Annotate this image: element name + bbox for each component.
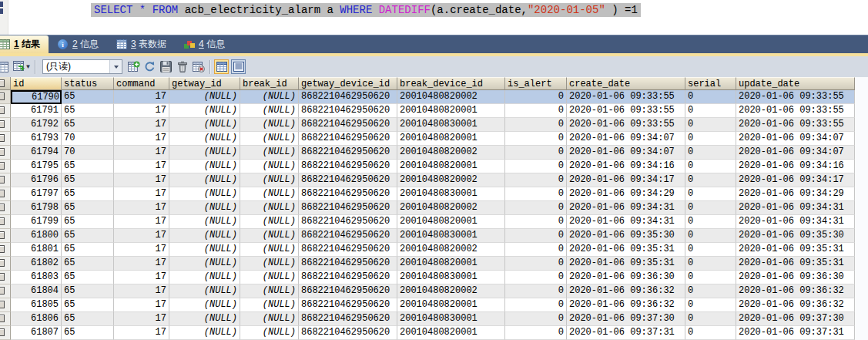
- row-selector-checkbox[interactable]: [0, 229, 11, 243]
- sql-text[interactable]: SELECT * FROM acb_electricity_alarm a WH…: [91, 3, 641, 17]
- table-row[interactable]: 618016517(NULL)(NULL)8682210462950620200…: [0, 243, 855, 257]
- cell-create_date[interactable]: 2020-01-06 09:35:30: [567, 229, 685, 243]
- cell-break_device_id[interactable]: 20010480830001: [397, 229, 505, 243]
- cell-update_date[interactable]: 2020-01-06 09:37:30: [736, 312, 855, 326]
- cell-break_device_id[interactable]: 20010480820002: [397, 173, 505, 187]
- cell-getway_id[interactable]: (NULL): [169, 90, 240, 104]
- cell-id[interactable]: 61807: [11, 326, 62, 340]
- cell-break_id[interactable]: (NULL): [240, 132, 299, 146]
- cell-is_alert[interactable]: 0: [505, 187, 567, 201]
- column-header-is_alert[interactable]: is_alert: [505, 77, 567, 90]
- cell-create_date[interactable]: 2020-01-06 09:33:55: [567, 118, 685, 132]
- tab-results[interactable]: 1 结果: [0, 35, 49, 53]
- cell-update_date[interactable]: 2020-01-06 09:36:30: [736, 271, 855, 284]
- cell-status[interactable]: 65: [62, 118, 114, 132]
- cell-status[interactable]: 65: [62, 104, 114, 118]
- cell-getway_device_id[interactable]: 8682210462950620: [299, 243, 397, 257]
- cell-getway_device_id[interactable]: 8682210462950620: [299, 132, 397, 146]
- row-selector-checkbox[interactable]: [0, 146, 11, 160]
- cell-create_date[interactable]: 2020-01-06 09:34:16: [567, 160, 685, 173]
- cell-create_date[interactable]: 2020-01-06 09:36:32: [567, 298, 685, 312]
- cell-break_id[interactable]: (NULL): [240, 298, 299, 312]
- cell-is_alert[interactable]: 0: [505, 243, 567, 257]
- cell-getway_device_id[interactable]: 8682210462950620: [299, 187, 397, 201]
- cell-create_date[interactable]: 2020-01-06 09:34:31: [567, 201, 685, 215]
- column-header-create_date[interactable]: create_date: [567, 77, 685, 90]
- cell-serial[interactable]: 0: [685, 118, 736, 132]
- cell-break_device_id[interactable]: 20010480820002: [397, 243, 505, 257]
- cell-update_date[interactable]: 2020-01-06 09:36:32: [736, 298, 855, 312]
- cell-update_date[interactable]: 2020-01-06 09:34:31: [736, 215, 855, 229]
- cell-command[interactable]: 17: [114, 271, 169, 284]
- cell-status[interactable]: 65: [62, 215, 114, 229]
- cell-getway_device_id[interactable]: 8682210462950620: [299, 90, 397, 104]
- cell-getway_device_id[interactable]: 8682210462950620: [299, 173, 397, 187]
- chevron-down-icon[interactable]: ▼: [25, 63, 32, 70]
- chevron-down-icon[interactable]: [109, 60, 122, 73]
- cell-break_device_id[interactable]: 20010480820001: [397, 104, 505, 118]
- row-selector-checkbox[interactable]: [0, 243, 11, 257]
- cell-status[interactable]: 65: [62, 257, 114, 271]
- cell-serial[interactable]: 0: [685, 160, 736, 173]
- cell-update_date[interactable]: 2020-01-06 09:35:31: [736, 257, 855, 271]
- cell-command[interactable]: 17: [114, 257, 169, 271]
- cell-create_date[interactable]: 2020-01-06 09:33:55: [567, 90, 685, 104]
- row-selector-checkbox[interactable]: [0, 104, 11, 118]
- cell-break_device_id[interactable]: 20010480820001: [397, 298, 505, 312]
- cell-break_id[interactable]: (NULL): [240, 118, 299, 132]
- cell-serial[interactable]: 0: [685, 298, 736, 312]
- cell-update_date[interactable]: 2020-01-06 09:33:55: [736, 118, 855, 132]
- cell-getway_device_id[interactable]: 8682210462950620: [299, 271, 397, 284]
- row-selector-checkbox[interactable]: [0, 215, 11, 229]
- grid-mode-icon[interactable]: [0, 59, 11, 75]
- cell-break_device_id[interactable]: 20010480820002: [397, 146, 505, 160]
- cell-command[interactable]: 17: [114, 312, 169, 326]
- cell-command[interactable]: 17: [114, 146, 169, 160]
- cell-command[interactable]: 17: [114, 201, 169, 215]
- table-row[interactable]: 618056517(NULL)(NULL)8682210462950620200…: [0, 298, 855, 312]
- column-header-serial[interactable]: serial: [685, 77, 736, 90]
- cell-break_device_id[interactable]: 20010480820002: [397, 201, 505, 215]
- add-row-icon[interactable]: [126, 59, 142, 75]
- cell-update_date[interactable]: 2020-01-06 09:36:32: [736, 284, 855, 298]
- column-header-update_date[interactable]: update_date: [736, 77, 855, 90]
- cell-break_id[interactable]: (NULL): [240, 257, 299, 271]
- cell-create_date[interactable]: 2020-01-06 09:34:07: [567, 132, 685, 146]
- cell-id[interactable]: 61795: [11, 160, 62, 173]
- cell-status[interactable]: 65: [62, 243, 114, 257]
- cell-create_date[interactable]: 2020-01-06 09:34:29: [567, 187, 685, 201]
- cell-serial[interactable]: 0: [685, 201, 736, 215]
- table-row[interactable]: 617976517(NULL)(NULL)8682210462950620200…: [0, 187, 855, 201]
- cell-create_date[interactable]: 2020-01-06 09:33:55: [567, 104, 685, 118]
- cell-getway_device_id[interactable]: 8682210462950620: [299, 229, 397, 243]
- cell-getway_device_id[interactable]: 8682210462950620: [299, 104, 397, 118]
- cell-break_id[interactable]: (NULL): [240, 229, 299, 243]
- cell-status[interactable]: 65: [62, 229, 114, 243]
- cell-getway_device_id[interactable]: 8682210462950620: [299, 284, 397, 298]
- cell-update_date[interactable]: 2020-01-06 09:34:07: [736, 146, 855, 160]
- cell-is_alert[interactable]: 0: [505, 118, 567, 132]
- row-selector-checkbox[interactable]: [0, 173, 11, 187]
- cell-serial[interactable]: 0: [685, 104, 736, 118]
- readonly-mode-select[interactable]: (只读): [42, 59, 122, 74]
- cell-status[interactable]: 70: [62, 146, 114, 160]
- cell-update_date[interactable]: 2020-01-06 09:34:16: [736, 160, 855, 173]
- table-row[interactable]: 617947017(NULL)(NULL)8682210462950620200…: [0, 146, 855, 160]
- cell-create_date[interactable]: 2020-01-06 09:35:31: [567, 243, 685, 257]
- cell-getway_id[interactable]: (NULL): [169, 104, 240, 118]
- cell-break_device_id[interactable]: 20010480820001: [397, 160, 505, 173]
- cell-getway_device_id[interactable]: 8682210462950620: [299, 257, 397, 271]
- cell-status[interactable]: 65: [62, 201, 114, 215]
- cell-getway_id[interactable]: (NULL): [169, 173, 240, 187]
- table-row[interactable]: 618076517(NULL)(NULL)8682210462950620200…: [0, 326, 855, 340]
- cell-update_date[interactable]: 2020-01-06 09:34:07: [736, 132, 855, 146]
- cell-status[interactable]: 65: [62, 298, 114, 312]
- column-header-break_id[interactable]: break_id: [240, 77, 299, 90]
- cell-is_alert[interactable]: 0: [505, 284, 567, 298]
- cell-serial[interactable]: 0: [685, 243, 736, 257]
- delete-trash-icon[interactable]: [174, 59, 190, 75]
- cell-getway_id[interactable]: (NULL): [169, 160, 240, 173]
- table-row[interactable]: 617906517(NULL)(NULL)8682210462950620200…: [0, 90, 855, 104]
- cell-break_id[interactable]: (NULL): [240, 201, 299, 215]
- cell-getway_device_id[interactable]: 8682210462950620: [299, 298, 397, 312]
